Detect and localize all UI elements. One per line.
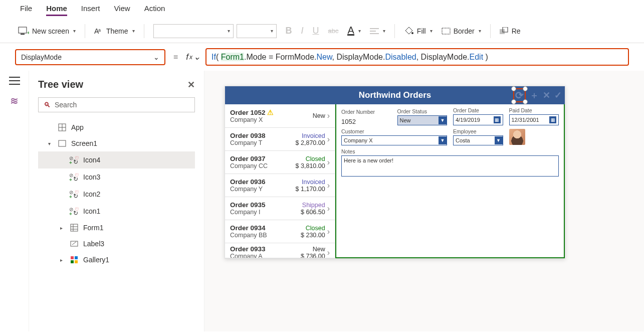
svg-rect-1 [21,34,25,35]
app-title: Northwind Orders [359,90,432,100]
reorder-icon [500,27,509,35]
svg-rect-16 [71,224,78,231]
order-row[interactable]: Order 1052 ⚠Company XNew› [225,104,335,128]
order-row[interactable]: Order 0936Company YInvoiced$ 1,170.00› [225,174,335,197]
paid-date-input[interactable]: 12/31/2001▦ [509,114,559,125]
formula-bar: DisplayMode ⌄ = fx⌄ If( Form1.Mode = For… [0,43,644,71]
menu-view[interactable]: View [114,4,130,16]
underline-button[interactable]: U [313,26,319,36]
strikethrough-button[interactable]: abc [328,27,339,35]
border-icon [442,28,451,35]
search-placeholder: Search [55,101,77,109]
left-rail: ≋ [0,71,29,331]
order-row[interactable]: Order 0934Company BBClosed$ 230.00› [225,220,335,243]
menu-bar: File Home Insert View Action [0,0,644,19]
reorder-button[interactable]: Re [500,27,521,35]
svg-text:a: a [98,28,101,33]
cancel-icon[interactable]: ✕ [543,90,550,101]
order-status-combo[interactable]: New▼ [397,115,448,125]
menu-home[interactable]: Home [46,4,67,16]
order-date-input[interactable]: 4/19/2019▦ [453,114,503,125]
canvas: Northwind Orders ⟳ ＋ ✕ ✓ Order 1052 ⚠Com… [204,71,644,331]
order-number-label: Order Number [341,109,391,115]
menu-action[interactable]: Action [144,4,165,16]
app-preview: Northwind Orders ⟳ ＋ ✕ ✓ Order 1052 ⚠Com… [225,86,565,259]
fill-button[interactable]: Fill▾ [404,27,433,36]
tree-list: App▾Screen1⊘♡+↻Icon4⊘♡+↻Icon3⊘♡+↻Icon2⊘♡… [38,119,195,268]
search-icon: 🔍︎ [44,101,51,109]
border-label: Border [454,27,475,35]
svg-rect-20 [71,241,78,246]
tree-view-title: Tree view [38,79,83,90]
tree-view-rail-icon[interactable]: ≋ [0,95,26,107]
bold-button[interactable]: B [286,26,292,36]
svg-rect-15 [59,140,66,146]
tree-item-form1[interactable]: ▸Form1 [38,220,195,236]
svg-point-8 [411,32,413,34]
svg-rect-23 [71,260,74,263]
svg-rect-10 [500,29,505,34]
menu-file[interactable]: File [20,4,32,16]
paid-date-label: Paid Date [509,107,559,113]
tree-item-label3[interactable]: Label3 [38,236,195,252]
ribbon: + New screen ▾ Aa Theme ▾ ▾ ▾ B I U abc … [0,19,644,43]
svg-text:+: + [27,30,29,36]
chevron-down-icon: ⌄ [153,53,159,61]
svg-rect-24 [75,260,78,263]
notes-input[interactable]: Here is a new order! [341,155,559,177]
employee-combo[interactable]: Costa▼ [453,135,503,145]
fill-icon [404,27,414,36]
new-screen-label: New screen [32,27,69,35]
close-icon[interactable]: ✕ [187,79,195,90]
order-row[interactable]: Order 0935Company IShipped$ 606.50› [225,197,335,220]
order-row[interactable]: Order 0933Company ANew$ 736.00› [225,243,335,258]
svg-rect-9 [442,28,450,34]
tree-item-app[interactable]: App [38,119,195,135]
order-number-value: 1052 [341,116,391,125]
customer-label: Customer [341,128,447,134]
property-selector[interactable]: DisplayMode ⌄ [15,49,165,65]
property-name: DisplayMode [21,53,62,61]
font-color-button[interactable]: A▾ [347,26,360,36]
theme-label: Theme [106,27,128,35]
svg-rect-0 [19,27,27,33]
italic-button[interactable]: I [301,26,304,36]
tree-item-icon4[interactable]: ⊘♡+↻Icon4 [38,151,195,169]
chevron-down-icon: ▾ [132,28,135,34]
tree-item-icon1[interactable]: ⊘♡+↻Icon1 [38,203,195,220]
fx-button[interactable]: fx⌄ [186,52,200,62]
theme-icon: Aa [94,27,103,36]
add-icon[interactable]: ＋ [530,89,539,101]
new-screen-button[interactable]: + New screen ▾ [18,27,76,36]
accept-icon[interactable]: ✓ [554,90,562,101]
font-size-select[interactable]: ▾ [237,24,277,38]
font-family-select[interactable]: ▾ [153,24,234,38]
notes-label: Notes [341,148,559,154]
order-row[interactable]: Order 0937Company CCClosed$ 3,810.00› [225,151,335,174]
chevron-down-icon: ▾ [73,28,76,34]
formula-input[interactable]: If( Form1.Mode = FormMode.New, DisplayMo… [205,48,629,66]
refresh-icon-selected[interactable]: ⟳ [513,88,526,102]
new-screen-icon: + [18,27,29,36]
border-button[interactable]: Border▾ [442,27,481,35]
order-date-label: Order Date [453,107,503,113]
detail-form: Order Number 1052 Order Status New▼ Orde… [335,103,565,258]
tree-item-icon2[interactable]: ⊘♡+↻Icon2 [38,186,195,203]
tree-search-input[interactable]: 🔍︎ Search [38,97,195,112]
hamburger-icon[interactable] [9,77,20,85]
align-button[interactable]: ▾ [370,28,385,35]
equals-sign: = [173,53,178,62]
customer-combo[interactable]: Company X▼ [341,135,447,145]
tree-item-screen1[interactable]: ▾Screen1 [38,135,195,151]
app-header: Northwind Orders ⟳ ＋ ✕ ✓ [225,86,565,104]
employee-label: Employee [453,128,503,134]
svg-rect-21 [71,256,74,259]
order-status-label: Order Status [397,108,448,114]
theme-button[interactable]: Aa Theme ▾ [94,27,135,36]
tree-item-icon3[interactable]: ⊘♡+↻Icon3 [38,169,195,186]
menu-insert[interactable]: Insert [81,4,100,16]
order-list[interactable]: Order 1052 ⚠Company XNew›Order 0938Compa… [225,104,335,258]
reorder-label: Re [512,27,521,35]
order-row[interactable]: Order 0938Company TInvoiced$ 2,870.00› [225,128,335,151]
tree-item-gallery1[interactable]: ▸Gallery1 [38,252,195,268]
